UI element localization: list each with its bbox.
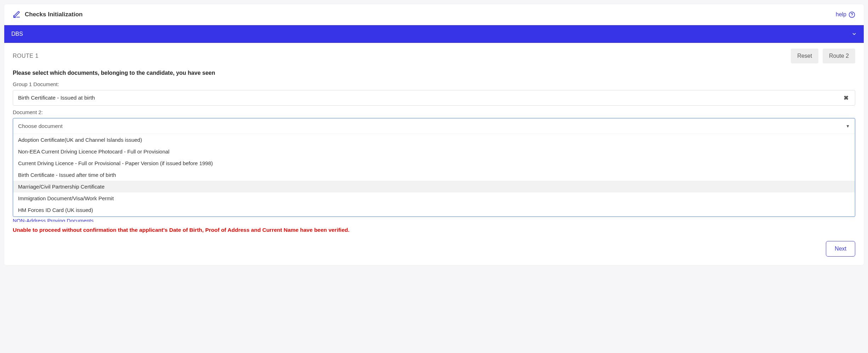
doc2-option[interactable]: Immigration Document/Visa/Work Permit — [13, 192, 855, 204]
edit-icon — [13, 11, 21, 18]
doc2-option[interactable]: HM Forces ID Card (UK issued) — [13, 204, 855, 217]
clear-icon[interactable]: ✖ — [842, 94, 850, 102]
instruction-text: Please select which documents, belonging… — [13, 70, 855, 76]
help-button[interactable]: help — [836, 11, 855, 18]
doc2-option[interactable]: Current Driving Licence - Full or Provis… — [13, 157, 855, 169]
doc2-label: Document 2: — [13, 109, 855, 115]
chevron-down-icon — [852, 32, 857, 37]
help-icon — [849, 11, 855, 18]
error-message: Unable to proceed without confirmation t… — [13, 227, 855, 233]
route2-button[interactable]: Route 2 — [823, 49, 855, 63]
group1-label: Group 1 Document: — [13, 81, 855, 87]
doc2-option[interactable]: Birth Certificate - Issued after time of… — [13, 169, 855, 181]
panel-header: Checks Initialization help — [4, 4, 864, 25]
doc2-option[interactable]: Non-EEA Current Driving Licence Photocar… — [13, 146, 855, 157]
doc2-options-list: Adoption Certificate(UK and Channel Isla… — [13, 134, 855, 217]
help-label: help — [836, 11, 846, 18]
group1-select[interactable]: Birth Certificate - Issued at birth ✖ — [13, 90, 855, 106]
group1-value: Birth Certificate - Issued at birth — [18, 95, 842, 101]
caret-down-icon: ▼ — [846, 124, 850, 129]
section-bar-dbs[interactable]: DBS — [4, 25, 864, 43]
section-title: DBS — [11, 31, 23, 37]
doc2-option[interactable]: Marriage/Civil Partnership Certificate — [13, 181, 855, 192]
reset-button[interactable]: Reset — [791, 49, 818, 63]
doc2-placeholder: Choose document — [18, 123, 846, 129]
route-label: ROUTE 1 — [13, 53, 787, 59]
non-address-link[interactable]: NON-Address Proving Documents. — [13, 218, 855, 222]
next-button[interactable]: Next — [826, 241, 855, 257]
doc2-option[interactable]: Adoption Certificate(UK and Channel Isla… — [13, 134, 855, 146]
page-title: Checks Initialization — [25, 11, 82, 18]
doc2-select[interactable]: Choose document ▼ Adoption Certificate(U… — [13, 118, 855, 217]
